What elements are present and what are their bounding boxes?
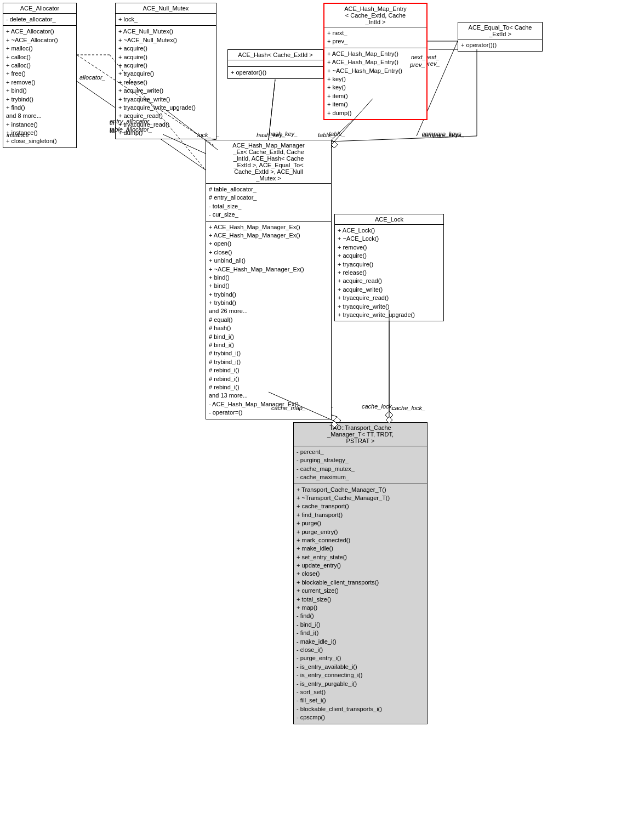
ace-hash-map-entry-attrs: + next_ + prev_ <box>324 27 426 48</box>
transport-cache-manager-box: TAO::Transport_Cache_Manager_T< TT, TRDT… <box>293 422 428 724</box>
uml-diagram: allocator_ lock_ hash_key_ table_ compar… <box>0 0 644 823</box>
svg-line-33 <box>332 136 477 141</box>
ace-equal-to-box: ACE_Equal_To< Cache_ExtId > + operator()… <box>458 22 543 52</box>
ace-hash-title: ACE_Hash< Cache_ExtId > <box>228 50 323 60</box>
ace-hash-map-manager-box: ACE_Hash_Map_Manager_Ex< Cache_ExtId, Ca… <box>206 140 332 419</box>
svg-text:table_: table_ <box>318 132 334 138</box>
ace-allocator-methods: + ACE_Allocator() + ~ACE_Allocator() + m… <box>3 26 76 147</box>
ace-hash-map-manager-methods: + ACE_Hash_Map_Manager_Ex() + ACE_Hash_M… <box>206 222 331 419</box>
ace-null-mutex-attrs: + lock_ <box>116 14 216 26</box>
transport-cache-manager-title: TAO::Transport_Cache_Manager_T< TT, TRDT… <box>294 423 427 446</box>
ace-allocator-attrs: - delete_allocator_ <box>3 14 76 26</box>
ace-hash-empty <box>228 60 323 67</box>
ace-allocator-title: ACE_Allocator <box>3 3 76 14</box>
ace-allocator-box: ACE_Allocator - delete_allocator_ + ACE_… <box>3 3 77 148</box>
ace-hash-methods: + operator()() <box>228 67 323 78</box>
svg-text:compare_keys_: compare_keys_ <box>422 132 465 138</box>
ace-equal-to-title: ACE_Equal_To< Cache_ExtId > <box>458 22 542 39</box>
svg-text:hash_key_: hash_key_ <box>257 132 286 138</box>
svg-marker-35 <box>331 141 338 148</box>
svg-line-4 <box>269 80 275 140</box>
ace-hash-map-entry-methods: + ACE_Hash_Map_Entry() + ACE_Hash_Map_En… <box>324 48 426 119</box>
ace-hash-map-entry-title: ACE_Hash_Map_Entry< Cache_ExtId, Cache_I… <box>324 4 426 27</box>
ace-hash-map-entry-box: ACE_Hash_Map_Entry< Cache_ExtId, Cache_I… <box>323 3 428 120</box>
ace-lock-box: ACE_Lock + ACE_Lock() + ~ACE_Lock() + re… <box>334 214 444 321</box>
svg-text:allocator_: allocator_ <box>79 74 106 81</box>
transport-cache-manager-methods: + Transport_Cache_Manager_T() + ~Transpo… <box>294 484 427 724</box>
ace-null-mutex-box: ACE_Null_Mutex + lock_ + ACE_Null_Mutex(… <box>115 3 216 139</box>
svg-text:table_: table_ <box>329 130 345 137</box>
svg-line-31 <box>269 80 275 140</box>
ace-hash-box: ACE_Hash< Cache_ExtId > + operator()() <box>227 49 323 79</box>
ace-lock-methods: + ACE_Lock() + ~ACE_Lock() + remove() + … <box>335 225 443 321</box>
title-text: ACE_Allocator <box>20 5 60 12</box>
svg-marker-17 <box>385 411 393 419</box>
ace-null-mutex-methods: + ACE_Null_Mutex() + ~ACE_Null_Mutex() +… <box>116 26 216 139</box>
ace-lock-title: ACE_Lock <box>335 214 443 225</box>
svg-text:cache_lock_: cache_lock_ <box>392 405 425 411</box>
ace-hash-map-manager-title: ACE_Hash_Map_Manager_Ex< Cache_ExtId, Ca… <box>206 140 331 184</box>
svg-text:cache_lock_: cache_lock_ <box>362 403 395 410</box>
ace-null-mutex-title: ACE_Null_Mutex <box>116 3 216 14</box>
ace-hash-map-manager-attrs: # table_allocator_ # entry_allocator_ - … <box>206 184 331 222</box>
svg-text:compare_keys_: compare_keys_ <box>422 130 465 137</box>
svg-text:hash_key_: hash_key_ <box>269 130 298 137</box>
transport-cache-manager-attrs: - percent_ - purging_strategy_ - cache_m… <box>294 446 427 484</box>
ace-equal-to-methods: + operator()() <box>458 39 542 51</box>
